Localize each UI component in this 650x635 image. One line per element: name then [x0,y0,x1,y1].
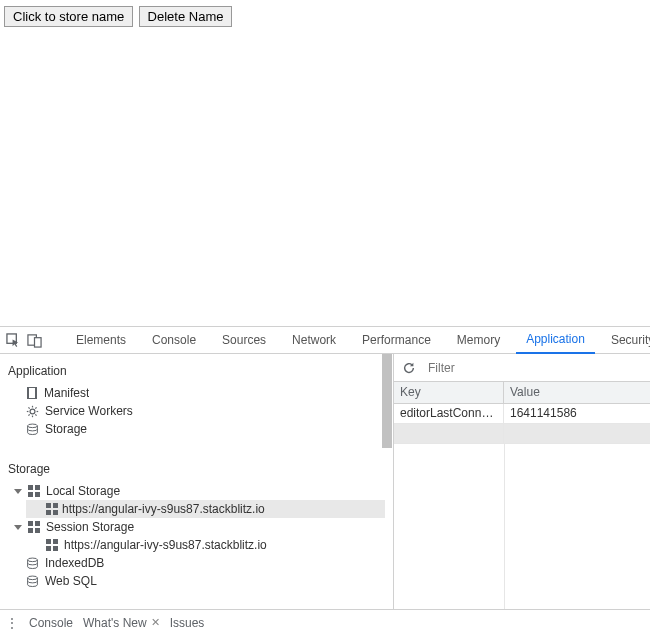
sidebar-scrollbar[interactable] [381,354,393,609]
drawer-tab-issues[interactable]: Issues [170,616,205,630]
refresh-icon[interactable] [400,359,418,377]
cell-value: 1641141586 [504,404,650,423]
devtools-panels: Application Manifest Service Workers [0,354,650,609]
devtools-drawer: ⋮ Console What's New ✕ Issues [0,609,650,635]
svg-line-10 [28,407,29,408]
table-row[interactable]: editorLastConnec... 1641141586 [394,404,650,424]
tab-application[interactable]: Application [516,326,595,354]
gear-icon [26,405,39,418]
devtools-toolbar: Elements Console Sources Network Perform… [0,326,650,354]
svg-rect-30 [53,546,58,551]
sidebar-item-label: Session Storage [46,520,134,534]
sidebar-item-label: https://angular-ivy-s9us87.stackblitz.io [64,538,267,552]
chevron-down-icon [14,489,22,494]
svg-line-13 [35,407,36,408]
grid-icon [28,485,40,497]
svg-line-12 [28,414,29,415]
tab-memory[interactable]: Memory [447,326,510,354]
svg-rect-16 [35,485,40,490]
svg-rect-26 [35,528,40,533]
svg-point-31 [28,558,38,562]
app-content: Click to store name Delete Name [0,0,650,326]
sidebar-item-label: Storage [45,422,87,436]
section-storage-title: Storage [6,458,393,482]
sidebar-item-local-storage[interactable]: Local Storage [6,482,393,500]
section-application-title: Application [6,360,393,384]
sidebar-item-label: Local Storage [46,484,120,498]
tab-sources[interactable]: Sources [212,326,276,354]
manifest-icon [26,386,38,400]
inspect-element-icon[interactable] [6,331,21,349]
table-empty-area [394,444,650,609]
sidebar-item-indexeddb[interactable]: IndexedDB [6,554,393,572]
scrollbar-thumb[interactable] [382,354,392,448]
application-sidebar: Application Manifest Service Workers [0,354,394,609]
grid-icon [46,539,58,551]
svg-point-14 [28,424,38,428]
database-icon [26,557,39,570]
tab-performance[interactable]: Performance [352,326,441,354]
column-header-key[interactable]: Key [394,382,504,403]
sidebar-item-label: Web SQL [45,574,97,588]
svg-rect-20 [53,503,58,508]
table-row-empty[interactable] [394,424,650,444]
svg-rect-19 [46,503,51,508]
sidebar-item-websql[interactable]: Web SQL [6,572,393,590]
store-name-button[interactable]: Click to store name [4,6,133,27]
storage-table-header: Key Value [394,382,650,404]
svg-rect-29 [46,546,51,551]
svg-rect-24 [35,521,40,526]
tab-console[interactable]: Console [142,326,206,354]
drawer-tab-console[interactable]: Console [29,616,73,630]
sidebar-item-label: Service Workers [45,404,133,418]
grid-icon [28,521,40,533]
svg-rect-4 [29,388,35,398]
storage-toolbar [394,354,650,382]
sidebar-item-service-workers[interactable]: Service Workers [6,402,393,420]
sidebar-item-manifest[interactable]: Manifest [6,384,393,402]
tab-security[interactable]: Security [601,326,650,354]
sidebar-item-label: IndexedDB [45,556,104,570]
grid-icon [46,503,58,515]
filter-input[interactable] [426,360,644,376]
sidebar-item-label: https://angular-ivy-s9us87.stackblitz.io [62,502,265,516]
svg-rect-17 [28,492,33,497]
database-icon [26,423,39,436]
sidebar-item-session-storage-origin[interactable]: https://angular-ivy-s9us87.stackblitz.io [6,536,393,554]
drawer-menu-icon[interactable]: ⋮ [6,616,19,630]
svg-point-5 [30,409,35,414]
sidebar-item-local-storage-origin[interactable]: https://angular-ivy-s9us87.stackblitz.io [26,500,385,518]
drawer-tab-whats-new[interactable]: What's New ✕ [83,616,160,630]
svg-rect-22 [53,510,58,515]
svg-rect-18 [35,492,40,497]
svg-rect-27 [46,539,51,544]
sidebar-item-storage[interactable]: Storage [6,420,393,438]
column-header-value[interactable]: Value [504,382,650,403]
device-toolbar-icon[interactable] [27,331,42,349]
svg-rect-2 [35,337,42,346]
svg-rect-28 [53,539,58,544]
tab-network[interactable]: Network [282,326,346,354]
drawer-tab-label: What's New [83,616,147,630]
sidebar-item-session-storage[interactable]: Session Storage [6,518,393,536]
chevron-down-icon [14,525,22,530]
cell-key: editorLastConnec... [394,404,504,423]
svg-point-32 [28,576,38,580]
svg-rect-25 [28,528,33,533]
svg-rect-23 [28,521,33,526]
storage-main-panel: Key Value editorLastConnec... 1641141586 [394,354,650,609]
svg-rect-21 [46,510,51,515]
database-icon [26,575,39,588]
svg-line-11 [35,414,36,415]
sidebar-item-label: Manifest [44,386,89,400]
close-icon[interactable]: ✕ [151,616,160,629]
delete-name-button[interactable]: Delete Name [139,6,233,27]
tab-elements[interactable]: Elements [66,326,136,354]
svg-rect-15 [28,485,33,490]
